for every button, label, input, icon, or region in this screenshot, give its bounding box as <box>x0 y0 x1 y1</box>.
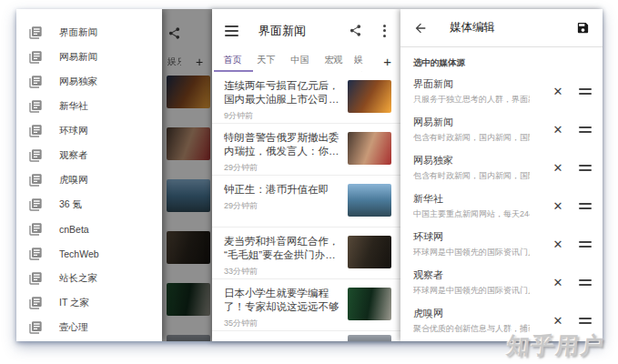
article-row[interactable]: 麦当劳和抖音网红合作，“毛毛姐”要在金拱门办婚礼 33分钟前 <box>212 228 400 279</box>
drawer-item[interactable]: 网易独家 <box>16 69 162 94</box>
drag-handle-icon[interactable] <box>579 318 592 324</box>
share-icon[interactable] <box>349 24 362 37</box>
source-description: 只服务于独立思考的人群，界面新闻是中国.. <box>413 94 530 106</box>
drawer-item[interactable]: 观察者 <box>16 143 162 167</box>
remove-source-icon[interactable]: ✕ <box>546 161 570 175</box>
drawer-item[interactable]: TechWeb <box>16 241 162 266</box>
article-text: 特朗普警告俄罗斯撤出委内瑞拉，俄发言人：你先撤出叙利亚 29分钟前 <box>224 131 348 175</box>
more-options-icon[interactable] <box>381 23 388 39</box>
article-row[interactable]: 连续两年亏损百亿元后，国内最大油服上市公司终于盈利了 9分钟前 <box>212 72 400 124</box>
drawer-item[interactable]: 站长之家 <box>16 266 162 290</box>
feed-tab[interactable]: 娱乐 <box>354 52 368 72</box>
news-source-icon <box>28 197 43 212</box>
news-source-icon <box>28 320 43 335</box>
news-source-icon <box>28 25 43 40</box>
drag-handle-icon[interactable] <box>579 126 592 133</box>
remove-source-icon[interactable]: ✕ <box>546 314 570 328</box>
panel-drawer-screen: 界面新闻 网易新闻 网易独家 新华社 环球网 观察者 虎嗅网 <box>16 9 212 341</box>
article-thumbnail <box>348 80 391 113</box>
drag-handle-icon[interactable] <box>579 203 592 209</box>
source-name: 观察者 <box>413 268 546 282</box>
drawer-item[interactable]: IT 之家 <box>16 290 162 315</box>
source-name: 新华社 <box>413 192 546 206</box>
back-icon[interactable] <box>413 21 428 35</box>
article-timestamp: 9分钟前 <box>224 110 340 122</box>
article-title: 麦当劳和抖音网红合作，“毛毛姐”要在金拱门办婚礼 <box>224 235 340 262</box>
nav-drawer: 界面新闻 网易新闻 网易独家 新华社 环球网 观察者 虎嗅网 <box>16 9 162 341</box>
dimmed-article-thumbnail <box>167 179 210 212</box>
dimmed-article-thumbnail <box>167 127 210 160</box>
feed-tab-bar: 首页 天下 中国 宏观 娱乐 + <box>212 52 400 72</box>
news-source-icon <box>28 296 43 310</box>
dimmed-article-thumbnail <box>167 76 210 108</box>
article-text: 钟正生：港币升值在即 29分钟前 <box>224 183 348 227</box>
article-title: 连续两年亏损百亿元后，国内最大油服上市公司终于盈利了 <box>224 79 340 106</box>
source-text: 界面新闻 只服务于独立思考的人群，界面新闻是中国.. <box>413 77 546 106</box>
article-thumbnail <box>348 132 391 165</box>
source-description: 包含有时政新闻，国内新闻，国际新闻，社会.. <box>413 170 530 182</box>
dimmed-article-thumbnail <box>167 283 210 316</box>
source-name: 网易新闻 <box>413 116 546 129</box>
news-source-icon <box>28 222 43 237</box>
article-text: 日本小学生就要学编程了！专家却说这远远不够 35分钟前 <box>224 287 348 330</box>
drawer-item[interactable]: 环球网 <box>16 118 162 143</box>
article-list: 连续两年亏损百亿元后，国内最大油服上市公司终于盈利了 9分钟前 特朗普警告俄罗斯… <box>212 72 400 341</box>
news-source-icon <box>28 148 43 163</box>
drawer-item-label: 36 氪 <box>59 198 82 211</box>
remove-source-icon[interactable]: ✕ <box>546 276 570 289</box>
drawer-item[interactable]: 虎嗅网 <box>16 167 162 192</box>
feed-toolbar: 界面新闻 <box>212 9 400 52</box>
zhihu-watermark: 知乎用户 <box>505 330 606 360</box>
tab-clipped: 娱乐 <box>167 56 181 68</box>
source-text: 新华社 中国主要重点新闻网站，每天24小时实时发.. <box>413 192 546 220</box>
drawer-item[interactable]: 网易新闻 <box>16 45 162 69</box>
article-row[interactable]: 钟正生：港币升值在即 29分钟前 <box>212 176 400 228</box>
add-tab-button[interactable]: + <box>383 53 391 71</box>
source-name: 网易独家 <box>413 154 546 167</box>
dimmed-article-thumbnail <box>167 231 210 264</box>
feed-tab[interactable]: 首页 <box>216 52 249 72</box>
drag-handle-icon[interactable] <box>579 241 592 248</box>
drawer-item[interactable]: 新华社 <box>16 94 162 118</box>
drawer-item[interactable]: 界面新闻 <box>16 20 162 45</box>
drawer-item[interactable]: 36 氪 <box>16 192 162 217</box>
news-source-icon <box>28 99 43 114</box>
dimmed-feed-strip: 娱乐 + <box>162 9 212 341</box>
feed-tab[interactable]: 中国 <box>283 52 317 72</box>
drawer-item-label: 新华社 <box>59 100 88 113</box>
drawer-item-label: 网易新闻 <box>59 51 97 64</box>
selected-sources-label: 选中的媒体源 <box>400 47 603 72</box>
article-text: 连续两年亏损百亿元后，国内最大油服上市公司终于盈利了 9分钟前 <box>224 79 348 123</box>
source-text: 观察者 环球网是中国领先的国际资讯门户，拥有独.. <box>413 268 546 297</box>
source-description: 环球网是中国领先的国际资讯门户，拥有独.. <box>413 285 530 297</box>
news-source-icon <box>28 173 43 187</box>
remove-source-icon[interactable]: ✕ <box>546 199 570 213</box>
article-row[interactable]: 特朗普警告俄罗斯撤出委内瑞拉，俄发言人：你先撤出叙利亚 29分钟前 <box>212 124 400 176</box>
dimmed-article-thumbnail <box>167 335 210 341</box>
article-row[interactable] <box>212 331 400 341</box>
article-thumbnail <box>348 288 391 320</box>
article-timestamp: 29分钟前 <box>224 200 340 212</box>
media-source-row: 网易新闻 包含有时政新闻，国内新闻，国际新闻，社会.. ✕ <box>400 110 603 148</box>
source-description: 环球网是中国领先的国际资讯门户，拥有独.. <box>413 247 530 258</box>
source-text: 网易独家 包含有时政新闻，国内新闻，国际新闻，社会.. <box>413 154 546 182</box>
save-icon[interactable] <box>576 21 590 35</box>
menu-icon[interactable] <box>225 25 238 36</box>
editor-toolbar: 媒体编辑 <box>400 9 603 47</box>
article-row[interactable]: 日本小学生就要学编程了！专家却说这远远不够 35分钟前 <box>212 279 400 331</box>
remove-source-icon[interactable]: ✕ <box>546 85 570 98</box>
feed-tab[interactable]: 宏观 <box>317 52 350 72</box>
drawer-item[interactable]: 壹心理 <box>16 315 162 339</box>
news-source-icon <box>28 50 43 65</box>
drawer-item-label: 网易独家 <box>59 76 97 88</box>
drag-handle-icon[interactable] <box>579 165 592 171</box>
remove-source-icon[interactable]: ✕ <box>546 123 570 136</box>
remove-source-icon[interactable]: ✕ <box>546 238 570 251</box>
drag-handle-icon[interactable] <box>579 88 592 95</box>
panel-media-editor: 媒体编辑 选中的媒体源 界面新闻 只服务于独立思考的人群，界面新闻是中国.. ✕… <box>400 9 603 341</box>
drag-handle-icon[interactable] <box>579 279 592 286</box>
screenshot-composite: 界面新闻 网易新闻 网易独家 新华社 环球网 观察者 虎嗅网 <box>16 9 603 341</box>
feed-tab[interactable]: 天下 <box>249 52 283 72</box>
source-name: 环球网 <box>413 230 546 244</box>
drawer-item[interactable]: cnBeta <box>16 217 162 241</box>
